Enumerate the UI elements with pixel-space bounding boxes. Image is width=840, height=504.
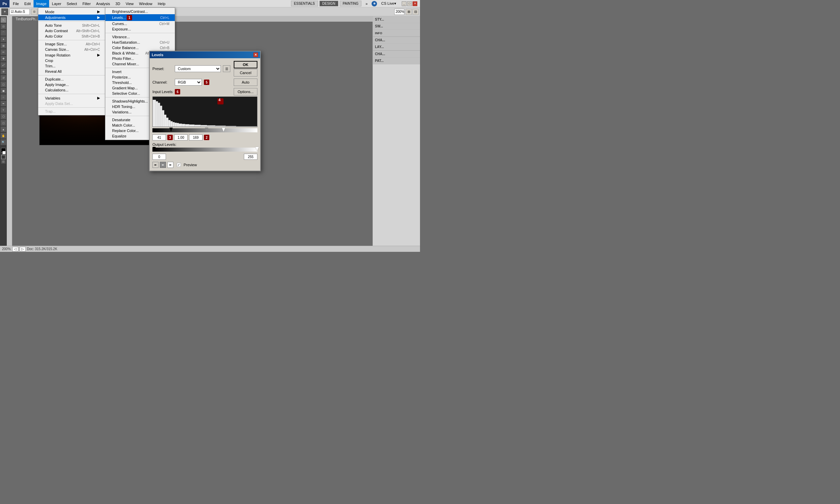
output-white-handle[interactable] bbox=[256, 147, 259, 151]
view-option-btn[interactable]: ⊟ bbox=[413, 9, 419, 15]
preview-checkbox[interactable]: ✓ bbox=[177, 163, 181, 167]
menu-canvas-size[interactable]: Canvas Size... Alt+Ctrl+C bbox=[38, 47, 105, 52]
tool-shape[interactable]: ◻ bbox=[0, 120, 6, 126]
preset-select[interactable]: Custom bbox=[175, 65, 221, 72]
menu-analysis[interactable]: Analysis bbox=[93, 0, 113, 7]
output-black-handle[interactable] bbox=[153, 147, 156, 151]
tool-eyedropper[interactable]: ✏ bbox=[0, 49, 6, 55]
tool-clone[interactable]: ⊕ bbox=[0, 68, 6, 74]
tool-heal[interactable]: ✚ bbox=[0, 55, 6, 61]
white-eyedropper[interactable]: ✒ bbox=[167, 162, 173, 168]
tool-text[interactable]: T bbox=[0, 107, 6, 113]
dialog-close-button[interactable]: ✕ bbox=[253, 52, 258, 57]
auto-select-check[interactable]: ☑ Auto-S bbox=[10, 9, 30, 15]
document-tab[interactable]: TimBurtonPh... bbox=[12, 16, 42, 22]
right-panel-swatch-tab[interactable]: SW... bbox=[373, 23, 420, 30]
right-panel-cha2-tab[interactable]: CHA... bbox=[373, 51, 420, 57]
gray-eyedropper[interactable]: ✒ bbox=[160, 162, 166, 168]
menu-select[interactable]: Select bbox=[64, 0, 80, 7]
minimize-btn[interactable]: _ bbox=[402, 1, 406, 6]
tool-marquee[interactable]: ⊡ bbox=[0, 23, 6, 30]
menu-view[interactable]: View bbox=[123, 0, 137, 7]
workspace-painting[interactable]: PAINTING bbox=[340, 1, 362, 6]
white-input[interactable] bbox=[189, 134, 203, 141]
cs-live-label[interactable]: CS Live▾ bbox=[378, 0, 399, 7]
zoom-dropdown[interactable]: 200% bbox=[394, 9, 404, 15]
tool-history[interactable]: ↺ bbox=[0, 75, 6, 81]
tool-gradient[interactable]: ◼ bbox=[0, 88, 6, 94]
screen-mode[interactable]: ⊡ bbox=[1, 160, 6, 164]
menu-edit[interactable]: Edit bbox=[22, 0, 34, 7]
right-panel-cha1-tab[interactable]: CHA... bbox=[373, 37, 420, 44]
output-black-input[interactable] bbox=[153, 154, 166, 160]
menu-layer[interactable]: Layer bbox=[49, 0, 64, 7]
menu-adjustments[interactable]: Adjustments ▶ bbox=[38, 15, 105, 20]
menu-auto-tone[interactable]: Auto Tone Shift+Ctrl+L bbox=[38, 23, 105, 28]
tool-path[interactable]: ⬡ bbox=[0, 113, 6, 120]
auto-button[interactable]: Auto bbox=[234, 78, 258, 86]
preset-menu-btn[interactable]: ☰ bbox=[223, 65, 230, 72]
tool-pen[interactable]: ✒ bbox=[0, 101, 6, 107]
menu-crop[interactable]: Crop bbox=[38, 58, 105, 63]
right-panel-info-tab[interactable]: INFO bbox=[373, 30, 420, 37]
menu-filter[interactable]: Filter bbox=[80, 0, 93, 7]
menu-window[interactable]: Window bbox=[137, 0, 155, 7]
output-white-input[interactable] bbox=[244, 154, 258, 160]
adj-levels[interactable]: Levels... 1 Ctrl+L bbox=[105, 14, 175, 21]
tool-move[interactable]: ↖ bbox=[0, 17, 6, 23]
quick-mask[interactable]: ○ bbox=[1, 155, 6, 159]
tool-3d[interactable]: ▲ bbox=[0, 126, 6, 132]
menu-calculations[interactable]: Calculations... bbox=[38, 87, 105, 93]
adj-vibrance[interactable]: Vibrance... bbox=[105, 34, 175, 40]
ok-button[interactable]: OK bbox=[234, 61, 258, 68]
menu-file[interactable]: File bbox=[10, 0, 22, 7]
background-color[interactable] bbox=[2, 151, 6, 154]
menu-auto-color[interactable]: Auto Color Shift+Ctrl+B bbox=[38, 34, 105, 39]
workspace-design[interactable]: DESIGN bbox=[319, 1, 338, 6]
close-btn[interactable]: ✕ bbox=[413, 1, 417, 6]
right-panel-pat-tab[interactable]: PAT... bbox=[373, 57, 420, 64]
tool-lasso[interactable]: ⌒ bbox=[0, 30, 6, 36]
menu-mode[interactable]: Mode ▶ bbox=[38, 9, 105, 15]
options-button[interactable]: Options... bbox=[234, 88, 258, 95]
white-point-handle[interactable] bbox=[222, 128, 225, 132]
tool-eraser[interactable]: ◻ bbox=[0, 81, 6, 87]
tool-dodge[interactable]: ○ bbox=[0, 94, 6, 100]
right-panel-lay-tab[interactable]: LAY... bbox=[373, 44, 420, 50]
navigator-mini[interactable]: ◁ bbox=[12, 247, 18, 252]
menu-duplicate[interactable]: Duplicate... bbox=[38, 76, 105, 82]
menu-image-size[interactable]: Image Size... Alt+Ctrl+I bbox=[38, 41, 105, 47]
tool-brush[interactable]: 🖊 bbox=[0, 62, 6, 68]
adj-curves[interactable]: Curves... Ctrl+M bbox=[105, 21, 175, 26]
menu-trim[interactable]: Trim... bbox=[38, 63, 105, 69]
tool-quickselect[interactable]: ✦ bbox=[0, 36, 6, 42]
adj-exposure[interactable]: Exposure... bbox=[105, 26, 175, 32]
tool-crop[interactable]: ⊞ bbox=[0, 43, 6, 49]
menu-apply-image[interactable]: Apply Image... bbox=[38, 82, 105, 87]
menu-image-rotation[interactable]: Image Rotation ▶ bbox=[38, 52, 105, 58]
mid-point-handle[interactable] bbox=[205, 128, 208, 132]
black-point-handle[interactable] bbox=[169, 128, 173, 132]
workspace-essentials[interactable]: ESSENTIALS bbox=[291, 1, 318, 6]
channel-select[interactable]: RGB bbox=[175, 79, 202, 86]
tool-zoom[interactable]: 🔍 bbox=[0, 139, 6, 145]
menu-image[interactable]: Image bbox=[34, 0, 50, 7]
right-panel-style-tab[interactable]: STY... bbox=[373, 16, 420, 23]
grid-view-btn[interactable]: ⊞ bbox=[406, 9, 412, 15]
menu-3d[interactable]: 3D bbox=[113, 0, 123, 7]
adj-hue-saturation[interactable]: Hue/Saturation... Ctrl+U bbox=[105, 40, 175, 45]
navigator-mini-right[interactable]: ▷ bbox=[20, 247, 26, 252]
transform-1[interactable]: ⊡ bbox=[31, 9, 37, 15]
menu-help[interactable]: Help bbox=[155, 0, 168, 7]
black-input[interactable] bbox=[153, 134, 166, 141]
adj-brightness-contrast[interactable]: Brightness/Contrast... bbox=[105, 9, 175, 14]
adj-color-balance[interactable]: Color Balance... Ctrl+B bbox=[105, 45, 175, 50]
restore-btn[interactable]: □ bbox=[407, 1, 412, 6]
menu-reveal-all[interactable]: Reveal All bbox=[38, 69, 105, 74]
cancel-button[interactable]: Cancel bbox=[234, 69, 258, 76]
mid-input[interactable] bbox=[174, 134, 188, 141]
menu-variables[interactable]: Variables ▶ bbox=[38, 95, 105, 101]
black-eyedropper[interactable]: ✒ bbox=[153, 162, 158, 168]
workspace-more[interactable]: » bbox=[363, 0, 370, 7]
menu-auto-contrast[interactable]: Auto Contrast Alt+Shift+Ctrl+L bbox=[38, 28, 105, 34]
